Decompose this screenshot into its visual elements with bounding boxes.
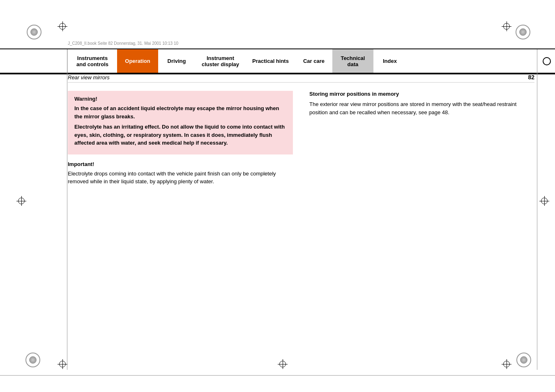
tab-car-care[interactable]: Car care	[295, 49, 332, 73]
right-section-title: Storing mirror positions in memory	[309, 91, 534, 97]
tab-technical-data[interactable]: Technical data	[332, 49, 373, 73]
content-area: Rear view mirrors 82 Warning! In the cas…	[68, 74, 534, 371]
page-number: 82	[528, 74, 534, 81]
important-text: Electrolyte drops coming into contact wi…	[68, 170, 293, 186]
page-header: Rear view mirrors 82	[68, 74, 534, 83]
tab-driving[interactable]: Driving	[158, 49, 195, 73]
top-left-circle	[27, 25, 41, 39]
section-title: Rear view mirrors	[68, 74, 110, 81]
two-column-layout: Warning! In the case of an accident liqu…	[68, 91, 534, 186]
tab-instrument-cluster[interactable]: Instrument cluster display	[195, 49, 246, 73]
tab-operation[interactable]: Operation	[117, 49, 158, 73]
warning-title: Warning!	[74, 96, 286, 102]
left-column: Warning! In the case of an accident liqu…	[68, 91, 293, 186]
tab-index[interactable]: Index	[373, 49, 406, 73]
right-margin-line	[537, 49, 537, 370]
bottom-right-circle	[516, 353, 531, 367]
right-body-text: The exterior rear view mirror positions …	[309, 100, 534, 116]
bottom-left-circle	[25, 353, 40, 367]
navigation-bar: Instruments and controls Operation Drivi…	[0, 49, 555, 74]
warning-bold-text-1: In the case of an accident liquid electr…	[74, 104, 286, 120]
tab-practical-hints[interactable]: Practical hints	[246, 49, 295, 73]
file-info: J_C208_II.book Seite 82 Donnerstag, 31. …	[68, 41, 178, 46]
right-column: Storing mirror positions in memory The e…	[309, 91, 534, 186]
important-title: Important!	[68, 161, 293, 167]
warning-box: Warning! In the case of an accident liqu…	[68, 91, 293, 154]
warning-bold-text-2: Electrolyte has an irritating effect. Do…	[74, 123, 286, 147]
bottom-border-line	[0, 375, 555, 376]
top-right-circle	[516, 25, 530, 39]
nav-right-circle	[543, 49, 555, 73]
tab-instruments-and-controls[interactable]: Instruments and controls	[68, 49, 117, 73]
left-margin-line	[67, 49, 67, 370]
